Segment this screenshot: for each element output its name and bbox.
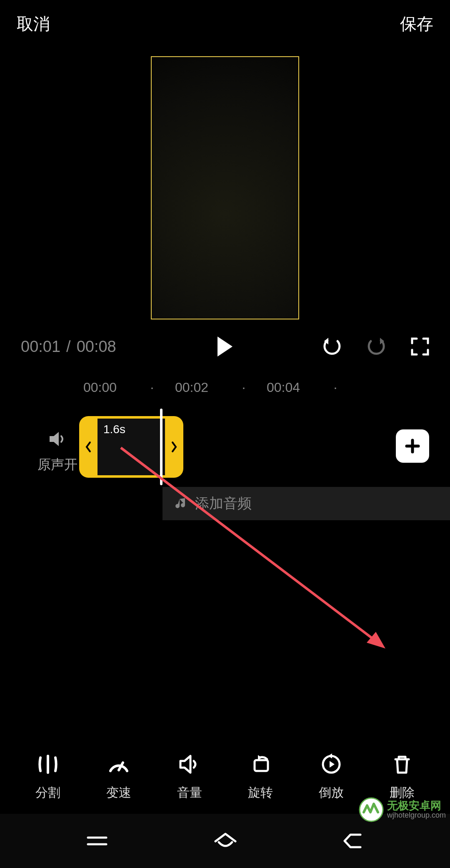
playback-controls: 00:01 / 00:08 — [0, 334, 450, 359]
svg-rect-4 — [255, 760, 268, 771]
ruler-tick-2: 00:04 — [267, 380, 312, 395]
tool-speed[interactable]: 变速 — [106, 752, 131, 801]
add-audio-button[interactable]: 添加音频 — [162, 487, 450, 520]
preview-container — [0, 56, 450, 319]
nav-recent-button[interactable] — [85, 833, 109, 849]
reverse-icon — [319, 752, 344, 777]
ruler-tick-0: 00:00 — [83, 380, 129, 395]
video-preview[interactable] — [151, 56, 299, 319]
ruler-dot: · — [221, 380, 267, 395]
video-clip[interactable]: 1.6s — [79, 416, 183, 478]
trash-icon — [390, 752, 415, 777]
plus-icon — [404, 438, 421, 454]
tool-rotate[interactable]: 旋转 — [248, 752, 273, 801]
sound-toggle-label: 原声开 — [38, 456, 78, 474]
redo-button[interactable] — [367, 337, 386, 356]
time-display: 00:01 / 00:08 — [21, 338, 116, 356]
system-nav-bar — [0, 814, 450, 868]
tool-speed-label: 变速 — [106, 784, 131, 801]
ruler-dot: · — [129, 380, 175, 395]
ruler-dot: · — [312, 380, 358, 395]
tool-volume[interactable]: 音量 — [177, 752, 202, 801]
nav-home-button[interactable] — [213, 831, 238, 851]
ruler-tick-1: 00:02 — [175, 380, 221, 395]
add-audio-label: 添加音频 — [195, 494, 252, 513]
original-sound-toggle[interactable]: 原声开 — [38, 429, 78, 474]
chevron-left-icon — [84, 441, 92, 453]
home-icon — [213, 831, 238, 851]
menu-icon — [85, 833, 109, 849]
audio-track: 添加音频 — [0, 487, 450, 520]
tool-reverse[interactable]: 倒放 — [319, 752, 344, 801]
undo-icon — [322, 337, 342, 356]
volume-icon — [177, 752, 202, 777]
rotate-icon — [248, 752, 273, 777]
svg-marker-1 — [367, 632, 385, 649]
top-bar: 取消 保存 — [0, 0, 450, 44]
timeline-ruler: 00:00 · 00:02 · 00:04 · — [0, 380, 450, 395]
clip-handle-right[interactable] — [165, 416, 183, 478]
undo-button[interactable] — [322, 337, 342, 356]
add-clip-button[interactable] — [396, 429, 429, 463]
speed-icon — [106, 752, 131, 777]
current-time: 00:01 — [21, 338, 60, 356]
tool-split-label: 分割 — [35, 784, 60, 801]
tool-delete-label: 删除 — [390, 784, 415, 801]
tool-reverse-label: 倒放 — [319, 784, 344, 801]
tool-rotate-label: 旋转 — [248, 784, 273, 801]
play-button[interactable] — [216, 336, 234, 357]
total-time: 00:08 — [77, 338, 116, 356]
tool-split[interactable]: 分割 — [35, 752, 60, 801]
playhead[interactable] — [160, 409, 162, 485]
play-icon — [216, 336, 234, 357]
cancel-button[interactable]: 取消 — [17, 12, 50, 35]
svg-marker-8 — [330, 761, 335, 768]
tool-volume-label: 音量 — [177, 784, 202, 801]
fullscreen-icon — [411, 337, 429, 356]
chevron-right-icon — [170, 441, 178, 453]
redo-icon — [367, 337, 386, 356]
clip-body[interactable]: 1.6s — [98, 416, 165, 478]
edit-toolbar: 分割 变速 音量 旋转 倒放 — [0, 752, 450, 801]
split-icon — [35, 752, 60, 777]
speaker-icon — [47, 429, 68, 449]
time-separator: / — [66, 338, 71, 356]
back-icon — [342, 831, 365, 851]
clip-duration: 1.6s — [103, 423, 125, 436]
watermark-title: 无极安卓网 — [387, 800, 446, 812]
nav-back-button[interactable] — [342, 831, 365, 851]
save-button[interactable]: 保存 — [400, 12, 433, 35]
fullscreen-button[interactable] — [411, 337, 429, 356]
music-note-icon — [175, 497, 188, 510]
tool-delete[interactable]: 删除 — [390, 752, 415, 801]
clip-handle-left[interactable] — [79, 416, 98, 478]
